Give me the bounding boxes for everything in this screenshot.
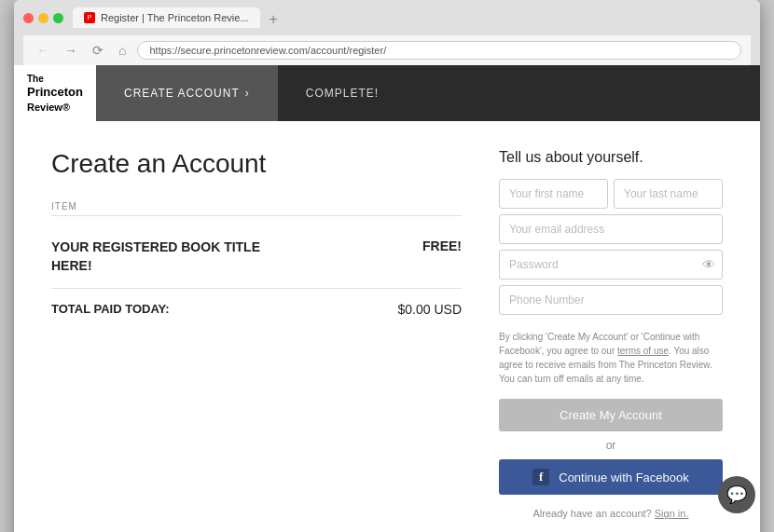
minimize-button[interactable] (38, 13, 48, 23)
facebook-button[interactable]: f Continue with Facebook (499, 459, 723, 495)
tab-favicon: P (84, 12, 95, 23)
tab-bar: P Register | The Princeton Revie... + (73, 7, 751, 28)
terms-text: By clicking 'Create My Account' or 'Cont… (499, 330, 723, 386)
password-input[interactable] (499, 250, 723, 280)
phone-input[interactable] (499, 285, 723, 315)
back-button[interactable]: ← (33, 41, 53, 60)
close-button[interactable] (23, 13, 34, 23)
browser-window: P Register | The Princeton Revie... + ← … (14, 0, 760, 532)
first-name-input[interactable] (499, 179, 608, 209)
nav-step-create-account: CREATE ACCOUNT › (96, 65, 278, 121)
order-item-price: FREE! (422, 239, 462, 253)
left-column: Create an Account ITEM YOUR REGISTERED B… (51, 149, 462, 519)
last-name-input[interactable] (614, 179, 723, 209)
facebook-icon: f (532, 469, 549, 485)
logo-review: Review® (27, 101, 83, 114)
item-column-header: ITEM (51, 201, 462, 216)
order-total-amount: $0.00 USD (398, 302, 462, 317)
signin-link[interactable]: Sign in. (655, 508, 689, 519)
signin-text: Already have an account? Sign in. (499, 508, 723, 519)
forward-button[interactable]: → (61, 41, 81, 60)
page-title: Create an Account (51, 149, 462, 179)
password-field-wrapper: 👁 (499, 250, 723, 280)
chat-bubble[interactable]: 💬 (718, 476, 755, 513)
url-input[interactable] (137, 41, 741, 60)
order-total-label: TOTAL PAID TODAY: (51, 302, 170, 317)
form-title: Tell us about yourself. (499, 149, 723, 166)
order-total: TOTAL PAID TODAY: $0.00 USD (51, 289, 462, 330)
email-input[interactable] (499, 214, 723, 244)
reload-button[interactable]: ⟳ (89, 41, 107, 60)
terms-link[interactable]: terms of use (617, 346, 669, 356)
home-button[interactable]: ⌂ (115, 41, 130, 60)
logo-princeton: Princeton (27, 85, 83, 101)
or-divider: or (499, 439, 723, 452)
nav-step-complete: COMPLETE! (278, 65, 407, 121)
right-column: Tell us about yourself. 👁 By clicking 'C… (499, 149, 723, 519)
logo: The Princeton Review® (14, 65, 96, 121)
new-tab-button[interactable]: + (262, 11, 285, 28)
maximize-button[interactable] (53, 13, 63, 23)
logo-the: The (27, 73, 83, 85)
name-row (499, 179, 723, 209)
show-password-icon[interactable]: 👁 (702, 257, 715, 272)
tab-title: Register | The Princeton Revie... (101, 12, 249, 23)
page-content: The Princeton Review® CREATE ACCOUNT › C… (14, 65, 760, 532)
title-bar: P Register | The Princeton Revie... + ← … (14, 0, 760, 65)
nav-steps: CREATE ACCOUNT › COMPLETE! (96, 65, 760, 121)
order-item-name: YOUR REGISTERED BOOK TITLE HERE! (51, 239, 284, 275)
create-account-button[interactable]: Create My Account (499, 399, 723, 431)
order-item: YOUR REGISTERED BOOK TITLE HERE! FREE! (51, 225, 462, 289)
window-controls (23, 13, 63, 23)
main-content: Create an Account ITEM YOUR REGISTERED B… (14, 121, 760, 532)
active-tab[interactable]: P Register | The Princeton Revie... (73, 7, 260, 28)
address-bar: ← → ⟳ ⌂ (23, 35, 751, 65)
site-nav: The Princeton Review® CREATE ACCOUNT › C… (14, 65, 760, 121)
